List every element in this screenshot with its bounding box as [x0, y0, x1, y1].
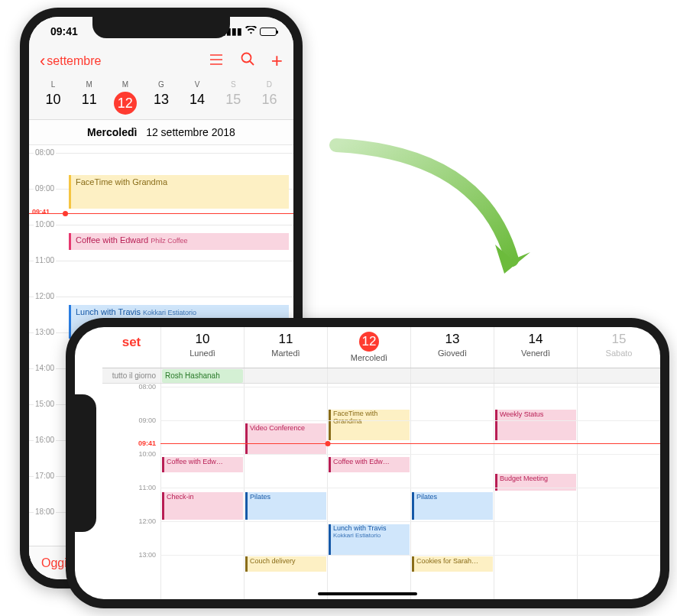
- subtitle-date: 12 settembre 2018: [146, 126, 235, 138]
- battery-icon: [260, 28, 277, 36]
- iphone-landscape: set 10 Lunedì11 Martedì12 Mercoledì13 Gi…: [66, 318, 669, 608]
- status-time: 09:41: [50, 25, 78, 37]
- day-name: Sabato: [578, 349, 660, 358]
- add-icon[interactable]: +: [271, 49, 283, 73]
- back-label: settembre: [47, 54, 101, 68]
- allday-slot[interactable]: [577, 368, 660, 383]
- allday-row: tutto il giorno Rosh Hashanah: [102, 368, 660, 384]
- day-column[interactable]: Weekly StatusBudget Meeting: [494, 384, 577, 599]
- hour-label: 17:00: [34, 472, 56, 480]
- subtitle-dow: Mercoledì: [87, 126, 137, 138]
- allday-event[interactable]: Rosh Hashanah: [162, 369, 243, 383]
- day-number: 12: [114, 92, 137, 115]
- search-icon[interactable]: [241, 52, 254, 70]
- day-number: 15: [215, 92, 251, 108]
- day-column[interactable]: S 15: [215, 80, 251, 115]
- wifi-icon: [245, 26, 257, 37]
- day-name: Martedì: [245, 349, 327, 358]
- hour-label: 13:00: [34, 328, 56, 336]
- day-name: Giovedì: [411, 349, 494, 358]
- hour-label: 15:00: [34, 400, 56, 408]
- day-column[interactable]: V 14: [180, 80, 215, 115]
- notch: [75, 394, 96, 532]
- allday-slot[interactable]: [494, 368, 577, 383]
- day-letter: M: [71, 80, 107, 89]
- calendar-event[interactable]: Cookies for Sarah…: [412, 556, 493, 572]
- rotate-arrow-icon: [306, 130, 543, 301]
- day-column[interactable]: [577, 384, 660, 599]
- list-icon[interactable]: [209, 53, 224, 70]
- day-column[interactable]: M 12: [107, 80, 143, 115]
- week-timeline[interactable]: 08:0009:0010:0011:0012:0013:0009:41 Coff…: [102, 384, 660, 599]
- now-dot: [326, 441, 331, 446]
- calendar-event[interactable]: Coffee with Edw…: [162, 457, 243, 472]
- day-column-header[interactable]: 13 Giovedì: [410, 327, 494, 368]
- day-column-header[interactable]: 11 Martedì: [244, 327, 327, 368]
- day-name: Venerdì: [494, 349, 577, 358]
- hour-label: 14:00: [34, 364, 56, 372]
- hour-label: 16:00: [34, 436, 56, 444]
- allday-slot[interactable]: [410, 368, 494, 383]
- allday-slot[interactable]: Rosh Hashanah: [160, 368, 244, 383]
- day-letter: D: [251, 80, 287, 89]
- now-indicator: 09:41: [29, 213, 293, 214]
- back-button[interactable]: ‹ settembre: [40, 51, 101, 71]
- calendar-event[interactable]: Check-in: [162, 492, 243, 520]
- chevron-left-icon: ‹: [40, 51, 45, 71]
- day-column[interactable]: L 10: [35, 80, 71, 115]
- day-number: 14: [180, 92, 215, 108]
- nav-actions: +: [209, 49, 283, 73]
- calendar-event[interactable]: Video Conference: [245, 423, 326, 454]
- day-column[interactable]: PilatesCookies for Sarah…: [410, 384, 494, 599]
- day-column[interactable]: D 16: [251, 80, 287, 115]
- hour-label: 11:00: [138, 484, 156, 491]
- month-button[interactable]: set: [102, 327, 160, 368]
- calendar-event[interactable]: FaceTime with Grandma: [69, 175, 289, 209]
- allday-slot[interactable]: [244, 368, 327, 383]
- day-number: 10: [161, 332, 244, 347]
- hour-label: 12:00: [34, 292, 56, 300]
- day-column[interactable]: Video ConferencePilatesCouch delivery: [244, 384, 327, 599]
- calendar-event[interactable]: Coffee with Edw…: [329, 457, 410, 472]
- hour-label: 13:00: [138, 551, 156, 559]
- day-number: 12: [359, 332, 379, 352]
- day-column-header[interactable]: 10 Lunedì: [160, 327, 244, 368]
- week-header: set 10 Lunedì11 Martedì12 Mercoledì13 Gi…: [102, 327, 660, 368]
- day-columns: Coffee with Edw…Check-inVideo Conference…: [160, 384, 660, 599]
- day-name: Lunedì: [161, 349, 244, 358]
- day-number: 11: [71, 92, 107, 108]
- calendar-event[interactable]: Pilates: [412, 492, 493, 520]
- allday-slot[interactable]: [327, 368, 410, 383]
- day-column-header[interactable]: 14 Venerdì: [494, 327, 577, 368]
- calendar-event[interactable]: Lunch with TravisKokkari Estiatorio: [329, 524, 410, 555]
- day-column[interactable]: FaceTime with GrandmaCoffee with Edw…Lun…: [327, 384, 410, 599]
- today-button[interactable]: Oggi: [41, 556, 67, 570]
- hour-label: 10:00: [34, 220, 56, 229]
- day-number: 13: [411, 332, 494, 347]
- now-indicator: [160, 443, 660, 444]
- hour-label: 12:00: [138, 517, 156, 525]
- svg-line-5: [250, 61, 254, 65]
- day-number: 10: [35, 92, 71, 108]
- day-letter: S: [215, 80, 251, 89]
- now-label: 09:41: [138, 439, 156, 447]
- calendar-event[interactable]: Weekly Status: [495, 410, 576, 440]
- day-number: 13: [143, 92, 179, 108]
- calendar-event[interactable]: Pilates: [245, 492, 326, 520]
- day-column-header[interactable]: 12 Mercoledì: [327, 327, 410, 368]
- day-number: 15: [578, 332, 660, 347]
- day-number: 14: [494, 332, 577, 347]
- day-column[interactable]: G 13: [143, 80, 179, 115]
- day-column[interactable]: Coffee with Edw…Check-in: [160, 384, 244, 599]
- day-column[interactable]: M 11: [71, 80, 107, 115]
- calendar-event[interactable]: Coffee with Edward Philz Coffee: [69, 233, 289, 250]
- home-indicator: [318, 592, 417, 595]
- calendar-event[interactable]: FaceTime with Grandma: [329, 410, 410, 440]
- calendar-event[interactable]: Couch delivery: [245, 556, 326, 572]
- hour-label: 18:00: [34, 507, 56, 516]
- day-letter: M: [107, 80, 143, 89]
- day-number: 11: [245, 332, 327, 347]
- day-column-header[interactable]: 15 Sabato: [577, 327, 660, 368]
- hour-label: 08:00: [138, 383, 156, 391]
- landscape-calendar: set 10 Lunedì11 Martedì12 Mercoledì13 Gi…: [75, 327, 660, 599]
